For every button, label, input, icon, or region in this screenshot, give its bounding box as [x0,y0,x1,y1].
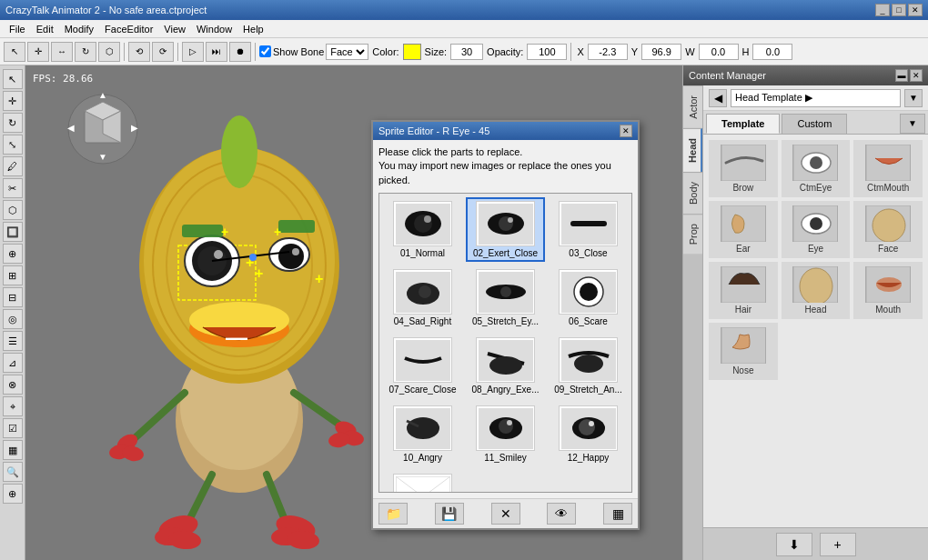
sprite-grid-view-btn[interactable]: ▦ [603,503,632,525]
lt-tool5[interactable]: 🖊 [3,156,23,176]
tool-btn-2[interactable]: ✛ [27,42,49,62]
opacity-input[interactable]: 100 [527,44,567,60]
tool-btn-10[interactable]: ⏺ [229,42,251,62]
h-label: H [742,46,750,57]
face-select[interactable]: Face [326,44,368,60]
sprite-preview-btn[interactable]: 👁 [547,503,576,525]
cm-window-controls[interactable]: ▬ ✕ [895,69,923,82]
cm-item-eye[interactable]: Eye [782,201,851,258]
lt-tool7[interactable]: ⬡ [3,200,23,220]
h-input[interactable]: 0.0 [752,44,792,60]
y-input[interactable]: 96.9 [641,44,681,60]
show-bone-checkbox[interactable] [259,45,271,57]
lt-tool6[interactable]: ✂ [3,178,23,198]
sprite-item-04_Sad_Right[interactable]: 04_Sad_Right [383,265,462,330]
tool-btn-9[interactable]: ⏭ [206,42,227,62]
side-tab-actor[interactable]: Actor [683,85,702,128]
sprite-grid-container[interactable]: 01_Normal 02_Exert_Close 03_Close [378,193,632,493]
lt-select[interactable]: ↖ [3,69,23,89]
sprite-item-11_Smiley[interactable]: 11_Smiley [466,402,545,466]
color-picker[interactable] [403,44,421,60]
sprite-delete-btn[interactable]: ✕ [491,503,520,525]
sprite-item-13_extra[interactable] [383,470,462,493]
lt-tool12[interactable]: ◎ [3,309,23,329]
sprite-item-08_Angry_Exe[interactable]: 08_Angry_Exe... [466,334,545,398]
cm-item-mouth[interactable]: Mouth [853,262,923,319]
lt-tool19[interactable]: 🔍 [3,462,23,482]
lt-tool18[interactable]: ▦ [3,440,23,460]
side-tab-head[interactable]: Head [683,128,702,172]
side-tab-body[interactable]: Body [683,172,702,214]
lt-tool11[interactable]: ⊟ [3,287,23,307]
menu-faceeditor[interactable]: FaceEditor [99,22,158,36]
cm-menu-button[interactable]: ▼ [904,89,923,107]
cm-item-ctmmouth[interactable]: CtmMouth [853,140,923,197]
menu-modify[interactable]: Modify [59,22,99,36]
lt-rotate[interactable]: ↻ [3,113,23,133]
cm-back-button[interactable]: ◀ [709,89,727,107]
window-controls[interactable]: _ □ ✕ [875,4,923,16]
size-input[interactable]: 30 [450,44,483,60]
tool-btn-7[interactable]: ⟳ [152,42,174,62]
lt-tool14[interactable]: ⊿ [3,353,23,373]
sprite-item-12_Happy[interactable]: 12_Happy [549,402,628,466]
canvas-area[interactable]: FPS: 28.66 ▲ ▼ ◀ ▶ 45° [25,65,682,560]
sprite-item-03_Close[interactable]: 03_Close [549,197,628,262]
tool-btn-5[interactable]: ⬡ [98,42,120,62]
cm-item-ctmeye[interactable]: CtmEye [782,140,851,197]
tool-btn-6[interactable]: ⟲ [128,42,150,62]
tool-btn-8[interactable]: ▷ [182,42,204,62]
menu-edit[interactable]: Edit [31,22,59,36]
tool-btn-4[interactable]: ↻ [75,42,96,62]
cm-tab-template[interactable]: Template [706,114,780,134]
svg-point-81 [507,420,512,425]
cm-item-ear[interactable]: Ear [709,201,778,258]
sprite-item-09_Stretch_An[interactable]: 09_Stretch_An... [549,334,628,398]
cm-item-face[interactable]: Face [853,201,923,258]
tool-btn-1[interactable]: ↖ [4,42,25,62]
cm-item-head[interactable]: Head [782,262,851,319]
lt-tool9[interactable]: ⊕ [3,244,23,264]
lt-move[interactable]: ✛ [3,91,23,111]
cm-item-brow[interactable]: Brow [709,140,778,197]
cm-item-hair[interactable]: Hair [709,262,778,319]
cm-item-nose[interactable]: Nose [709,323,778,380]
menu-window[interactable]: Window [191,22,237,36]
maximize-btn[interactable]: □ [892,4,906,16]
lt-tool13[interactable]: ☰ [3,331,23,351]
menu-file[interactable]: File [4,22,31,36]
sprite-item-06_Scare[interactable]: 06_Scare [549,265,628,330]
cm-item-thumb [865,266,911,303]
lt-tool8[interactable]: 🔲 [3,222,23,242]
sprite-save-btn[interactable]: 💾 [435,503,464,525]
cm-item-label: Nose [732,365,753,375]
lt-tool16[interactable]: ⌖ [3,396,23,416]
lt-tool10[interactable]: ⊞ [3,265,23,285]
sprite-editor-close-btn[interactable]: ✕ [620,125,632,137]
minimize-btn[interactable]: _ [875,4,890,16]
cm-tab-custom[interactable]: Custom [782,114,847,134]
w-input[interactable]: 0.0 [699,44,739,60]
cm-tab-arrow[interactable]: ▼ [900,114,925,134]
menu-view[interactable]: View [158,22,191,36]
side-tab-prop[interactable]: Prop [683,214,702,254]
sprite-import-btn[interactable]: 📁 [378,503,408,525]
sprite-item-07_Scare_Close[interactable]: 07_Scare_Close [383,334,462,398]
cm-download-btn[interactable]: ⬇ [776,533,812,556]
cm-minimize-btn[interactable]: ▬ [895,69,908,82]
x-input[interactable]: -2.3 [588,44,628,60]
sprite-item-05_Stretch_Ey[interactable]: 05_Stretch_Ey... [466,265,545,330]
cm-add-btn[interactable]: + [820,533,856,556]
lt-tool17[interactable]: ☑ [3,418,23,438]
menu-help[interactable]: Help [237,22,269,36]
sprite-item-02_Exert_Close[interactable]: 02_Exert_Close [466,197,545,262]
cm-close-btn[interactable]: ✕ [910,69,923,82]
lt-scale[interactable]: ⤡ [3,135,23,155]
close-btn[interactable]: ✕ [908,4,923,16]
lt-tool15[interactable]: ⊗ [3,375,23,395]
tool-btn-3[interactable]: ↔ [51,42,73,62]
sprite-item-10_Angry[interactable]: 10_Angry [383,402,462,466]
lt-tool20[interactable]: ⊕ [3,484,23,504]
svg-text:◀: ◀ [67,123,75,133]
sprite-item-01_Normal[interactable]: 01_Normal [383,197,462,262]
